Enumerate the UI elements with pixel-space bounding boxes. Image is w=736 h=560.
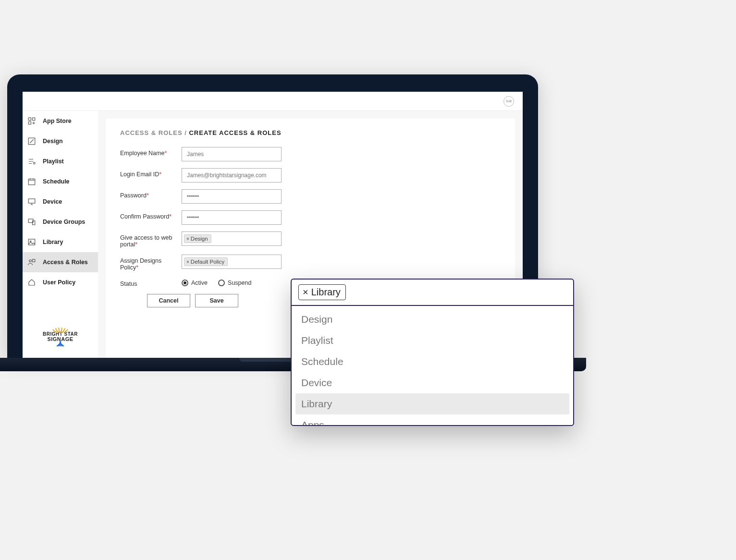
playlist-icon [27, 157, 36, 166]
svg-point-4 [33, 162, 35, 164]
svg-rect-2 [28, 122, 31, 124]
breadcrumb: ACCESS & ROLES / CREATE ACCESS & ROLES [120, 129, 501, 136]
sidebar-item-design[interactable]: Design [23, 131, 98, 151]
logo: BRIGHT STAR SIGNAGE [23, 318, 98, 358]
dropdown-list: Design Playlist Schedule Device Library … [292, 306, 573, 425]
avatar[interactable]: Sdit [503, 96, 514, 107]
label-employee-name: Employee Name* [120, 147, 173, 157]
sidebar-item-device[interactable]: Device [23, 192, 98, 212]
sidebar-item-label: Playlist [43, 158, 64, 165]
svg-rect-1 [33, 118, 35, 120]
label-confirm-password: Confirm Password* [120, 210, 173, 220]
sidebar-item-label: Device [43, 198, 62, 205]
dropdown-selected-row[interactable]: × Library [292, 280, 573, 306]
image-icon [27, 238, 36, 246]
label-password: Password* [120, 189, 173, 199]
tag-design[interactable]: ×Design [184, 234, 211, 243]
label-assign-policy: Assign Designs Policy* [120, 255, 173, 271]
remove-tag-icon[interactable]: × [303, 287, 308, 298]
monitor-icon [27, 197, 36, 206]
sidebar-item-device-groups[interactable]: Device Groups [23, 212, 98, 232]
radio-dot-icon [218, 280, 225, 286]
sidebar: App Store Design Playlist Schedule [23, 111, 98, 358]
tag-default-policy[interactable]: ×Default Policy [184, 257, 228, 266]
dropdown-option-library[interactable]: Library [295, 393, 569, 414]
breadcrumb-parent[interactable]: ACCESS & ROLES [120, 129, 183, 136]
sidebar-item-label: Design [43, 138, 63, 145]
login-email-input[interactable] [182, 168, 282, 183]
svg-rect-12 [33, 259, 35, 262]
dropdown-selected-tag[interactable]: × Library [298, 284, 346, 300]
devices-icon [27, 218, 36, 226]
dropdown-option-playlist[interactable]: Playlist [295, 330, 569, 351]
sidebar-item-label: Access & Roles [43, 259, 88, 266]
breadcrumb-sep: / [184, 129, 187, 136]
save-button[interactable]: Save [195, 294, 238, 307]
dropdown-option-device[interactable]: Device [295, 372, 569, 393]
radio-dot-icon [182, 280, 188, 286]
dropdown-option-design[interactable]: Design [295, 309, 569, 330]
svg-point-11 [29, 260, 32, 262]
sidebar-item-label: User Policy [43, 279, 75, 286]
sidebar-item-schedule[interactable]: Schedule [23, 171, 98, 192]
cancel-button[interactable]: Cancel [147, 294, 190, 307]
sidebar-item-library[interactable]: Library [23, 232, 98, 252]
sidebar-item-access-roles[interactable]: Access & Roles [23, 252, 98, 272]
breadcrumb-current: CREATE ACCESS & ROLES [189, 129, 281, 136]
home-icon [27, 278, 36, 287]
password-input[interactable] [182, 189, 282, 204]
confirm-password-input[interactable] [182, 210, 282, 225]
remove-tag-icon[interactable]: × [186, 259, 189, 265]
sidebar-item-label: App Store [43, 118, 72, 124]
sidebar-item-playlist[interactable]: Playlist [23, 151, 98, 171]
dropdown-option-apps[interactable]: Apps [295, 414, 569, 425]
sidebar-item-label: Library [43, 239, 63, 245]
grid-plus-icon [27, 117, 36, 125]
svg-rect-0 [28, 118, 31, 120]
dropdown-option-schedule[interactable]: Schedule [295, 351, 569, 372]
svg-rect-9 [28, 239, 35, 245]
web-portal-access-select[interactable]: ×Design [182, 231, 282, 246]
radio-active[interactable]: Active [182, 280, 208, 286]
employee-name-input[interactable] [182, 147, 282, 161]
label-login-email: Login Email ID* [120, 168, 173, 178]
sidebar-item-label: Schedule [43, 178, 70, 185]
calendar-icon [27, 177, 36, 186]
svg-rect-6 [28, 199, 35, 203]
sidebar-item-user-policy[interactable]: User Policy [23, 272, 98, 292]
radio-suspend[interactable]: Suspend [218, 280, 251, 286]
topbar: Sdit [23, 92, 523, 111]
assign-policy-select[interactable]: ×Default Policy [182, 255, 282, 269]
pencil-square-icon [27, 137, 36, 146]
dropdown-panel: × Library Design Playlist Schedule Devic… [291, 279, 574, 426]
label-status: Status [120, 278, 173, 287]
sidebar-item-app-store[interactable]: App Store [23, 111, 98, 131]
svg-rect-5 [28, 179, 35, 185]
roles-icon [27, 258, 36, 267]
label-web-portal-access: Give access to web portal* [120, 231, 173, 248]
sidebar-item-label: Device Groups [43, 219, 85, 225]
remove-tag-icon[interactable]: × [186, 236, 189, 242]
